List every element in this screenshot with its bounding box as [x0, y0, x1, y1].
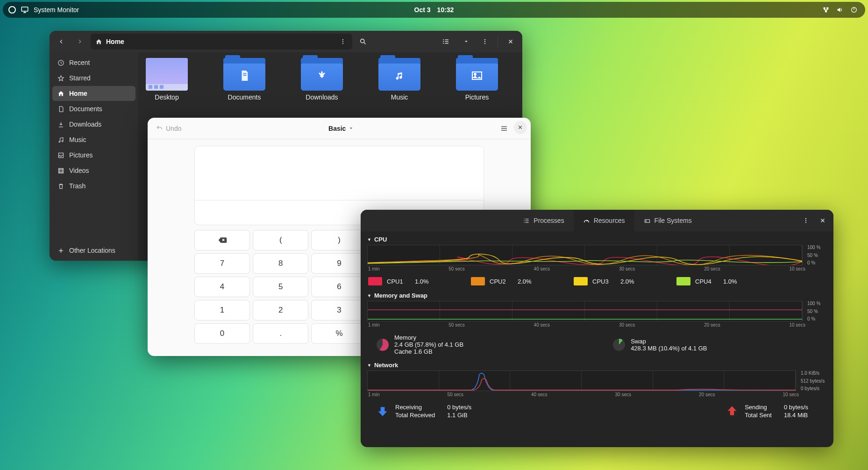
view-toggle-button[interactable] — [436, 34, 455, 49]
sysmon-tabs: Processes Resources File Systems — [513, 210, 701, 231]
folder-documents[interactable]: Documents — [222, 58, 266, 101]
power-icon — [850, 6, 858, 14]
key-6[interactable]: 6 — [311, 277, 367, 297]
swatch-cpu4 — [676, 277, 690, 285]
picture-icon — [57, 152, 64, 159]
sidebar-item-pictures[interactable]: Pictures — [52, 148, 135, 163]
close-button[interactable] — [503, 34, 519, 49]
key-2[interactable]: 2 — [253, 300, 308, 320]
svg-point-10 — [484, 41, 485, 42]
key-4[interactable]: 4 — [194, 277, 250, 297]
sidebar-item-documents[interactable]: Documents — [52, 101, 135, 116]
cpu-yaxis: 100 %50 %0 % — [805, 245, 827, 265]
key-9[interactable]: 9 — [311, 253, 367, 274]
path-segment-home[interactable]: Home — [106, 38, 124, 45]
key-backspace[interactable] — [194, 230, 250, 250]
svg-point-5 — [342, 39, 343, 40]
sidebar-item-recent[interactable]: Recent — [52, 55, 135, 70]
active-app-label[interactable]: System Monitor — [34, 6, 79, 14]
download-arrow-icon — [377, 405, 389, 417]
cpu-xaxis: 1 min50 secs40 secs30 secs20 secs10 secs — [367, 265, 827, 274]
legend-cpu2[interactable]: CPU22.0% — [471, 277, 541, 285]
key-paren-close[interactable]: ) — [311, 230, 367, 250]
section-cpu-header[interactable]: ▼CPU — [367, 234, 827, 245]
network-receiving[interactable]: Receiving0 bytes/s Total Received1.1 GiB — [377, 404, 471, 419]
system-tray[interactable] — [822, 6, 865, 14]
swap-stat[interactable]: Swap428.3 MB (10.4%) of 4.1 GB — [613, 334, 707, 355]
svg-point-13 — [59, 141, 60, 142]
sidebar-item-music[interactable]: Music — [52, 132, 135, 147]
speedometer-icon — [583, 217, 590, 224]
key-decimal[interactable]: . — [253, 323, 308, 344]
mode-selector[interactable]: Basic — [324, 122, 358, 135]
undo-button[interactable]: Undo — [151, 122, 186, 135]
memory-yaxis: 100 %50 %0 % — [805, 301, 827, 321]
svg-point-25 — [805, 222, 806, 223]
folder-pictures[interactable]: Pictures — [455, 58, 499, 101]
svg-point-20 — [474, 73, 476, 75]
legend-cpu4[interactable]: CPU41.0% — [676, 277, 747, 285]
pictures-folder-icon — [456, 58, 498, 91]
section-memory-header[interactable]: ▼Memory and Swap — [367, 290, 827, 301]
svg-point-22 — [646, 221, 646, 221]
clock-icon — [57, 59, 64, 66]
star-icon — [57, 75, 64, 82]
clock[interactable]: Oct 3 10:32 — [414, 6, 454, 14]
sidebar-item-videos[interactable]: Videos — [52, 163, 135, 178]
key-5[interactable]: 5 — [253, 277, 308, 297]
svg-point-14 — [62, 140, 63, 142]
sidebar-item-other-locations[interactable]: Other Locations — [52, 243, 135, 258]
key-percent[interactable]: % — [311, 323, 367, 344]
folder-desktop[interactable]: Desktop — [145, 58, 189, 101]
legend-cpu1[interactable]: CPU11.0% — [368, 277, 438, 285]
tab-resources[interactable]: Resources — [574, 210, 634, 231]
date-label: Oct 3 — [414, 6, 431, 14]
path-menu-icon[interactable] — [337, 36, 349, 47]
cpu-legend: CPU11.0% CPU22.0% CPU32.0% CPU41.0% — [367, 274, 827, 290]
path-bar[interactable]: Home — [91, 34, 352, 50]
hamburger-menu-button[interactable] — [496, 121, 512, 136]
key-7[interactable]: 7 — [194, 253, 250, 274]
section-network-header[interactable]: ▼Network — [367, 360, 827, 370]
swatch-cpu3 — [574, 277, 588, 285]
monitor-icon — [21, 6, 29, 14]
hamburger-menu-button[interactable] — [798, 213, 814, 228]
key-3[interactable]: 3 — [311, 300, 367, 320]
network-sending[interactable]: Sending0 bytes/s Total Sent18.4 MiB — [726, 404, 808, 419]
swatch-cpu1 — [368, 277, 382, 285]
search-button[interactable] — [355, 34, 371, 49]
calculator-headerbar: Undo Basic — [148, 118, 531, 139]
tab-processes[interactable]: Processes — [513, 210, 573, 231]
key-0[interactable]: 0 — [194, 323, 250, 344]
folder-music[interactable]: Music — [377, 58, 421, 101]
video-icon — [57, 167, 64, 174]
key-8[interactable]: 8 — [253, 253, 308, 274]
key-paren-open[interactable]: ( — [253, 230, 308, 250]
key-1[interactable]: 1 — [194, 300, 250, 320]
tab-filesystems[interactable]: File Systems — [634, 210, 701, 231]
svg-rect-18 — [243, 75, 246, 76]
folder-downloads[interactable]: Downloads — [300, 58, 344, 101]
triangle-down-icon: ▼ — [367, 363, 371, 368]
svg-point-24 — [805, 220, 806, 221]
forward-button[interactable] — [72, 34, 88, 49]
document-icon — [57, 106, 64, 113]
files-sidebar: Recent Starred Home Documents Downloads … — [50, 52, 138, 261]
memory-stat[interactable]: Memory2.4 GB (57.8%) of 4.1 GBCache 1.6 … — [377, 334, 463, 355]
activities-button[interactable] — [8, 6, 16, 14]
sidebar-item-starred[interactable]: Starred — [52, 71, 135, 85]
network-xaxis: 1 min50 secs40 secs30 secs20 secs10 secs — [367, 391, 827, 400]
sidebar-item-trash[interactable]: Trash — [52, 178, 135, 193]
view-options-button[interactable] — [458, 34, 474, 49]
sidebar-item-downloads[interactable]: Downloads — [52, 117, 135, 132]
volume-icon — [836, 6, 844, 14]
hamburger-menu-button[interactable] — [477, 34, 493, 49]
svg-rect-2 — [826, 7, 828, 9]
close-button[interactable] — [514, 121, 527, 134]
triangle-down-icon: ▼ — [367, 293, 371, 298]
close-button[interactable] — [815, 213, 831, 228]
sidebar-item-home[interactable]: Home — [52, 86, 135, 101]
svg-point-9 — [484, 39, 485, 40]
legend-cpu3[interactable]: CPU32.0% — [574, 277, 644, 285]
back-button[interactable] — [53, 34, 69, 49]
